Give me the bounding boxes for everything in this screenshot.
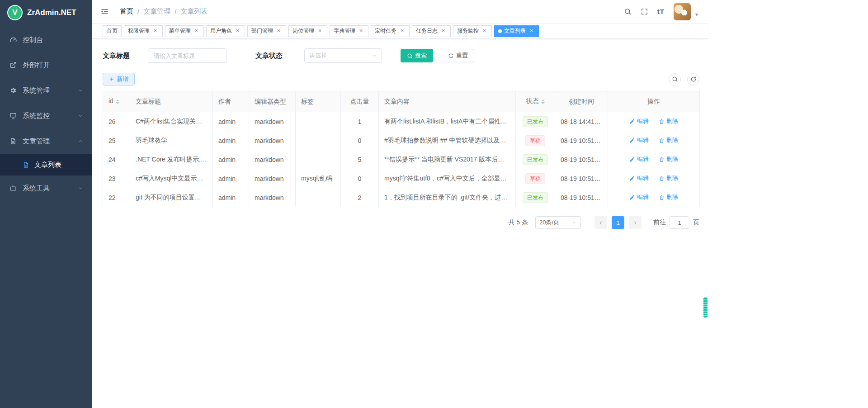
- tab[interactable]: 首页: [103, 25, 122, 37]
- tab-label: 首页: [107, 27, 118, 35]
- edit-link[interactable]: 编辑: [629, 136, 649, 144]
- chevron-down-icon: [78, 185, 83, 191]
- table-column-header[interactable]: 点击量: [341, 91, 379, 112]
- tab[interactable]: 文章列表 ×: [494, 25, 539, 37]
- breadcrumb-item-article-list: 文章列表: [180, 7, 208, 16]
- table-head-row: id 文章标题 作者 编辑器类型 标签 点击量 文章内容 状态 创建时间 操作: [103, 91, 700, 112]
- tab[interactable]: 定时任务 ×: [371, 25, 410, 37]
- page-size-select[interactable]: 20条/页: [535, 216, 581, 229]
- cell-editor-type: markdown: [249, 150, 296, 169]
- sort-carets-icon[interactable]: [116, 98, 119, 106]
- tab[interactable]: 部门管理 ×: [247, 25, 286, 37]
- toggle-search-icon[interactable]: [669, 73, 681, 85]
- cell-author: admin: [213, 112, 249, 131]
- tab[interactable]: 任务日志 ×: [412, 25, 451, 37]
- tab-close-icon[interactable]: ×: [275, 28, 282, 34]
- table-column-header[interactable]: 状态: [516, 91, 555, 112]
- table-column-header[interactable]: 文章内容: [379, 91, 516, 112]
- sidebar-item-system-tools[interactable]: 系统工具: [0, 176, 92, 201]
- tab[interactable]: 字典管理 ×: [330, 25, 368, 37]
- scrollbar-thumb[interactable]: [703, 297, 708, 318]
- fullscreen-icon[interactable]: [641, 8, 648, 15]
- reset-button[interactable]: 重置: [442, 49, 474, 62]
- table-column-header[interactable]: 操作: [608, 91, 700, 112]
- tab-close-icon[interactable]: ×: [193, 28, 200, 34]
- edit-pencil-icon: [629, 176, 635, 181]
- breadcrumb-item-article-management[interactable]: 文章管理: [143, 7, 170, 16]
- table-row: 23 c#写入Mysql中文显示乱码 ... admin markdown my…: [103, 169, 700, 188]
- table-column-header[interactable]: 文章标题: [130, 91, 213, 112]
- tab-close-icon[interactable]: ×: [316, 28, 323, 34]
- tab-close-icon[interactable]: ×: [399, 28, 406, 34]
- app-logo[interactable]: V ZrAdmin.NET: [0, 0, 92, 25]
- refresh-icon[interactable]: [687, 73, 699, 85]
- page-number-button[interactable]: 1: [612, 216, 624, 229]
- sidebar-item-system-management[interactable]: 系统管理: [0, 78, 92, 103]
- delete-link[interactable]: 删除: [659, 193, 678, 201]
- tab-close-icon[interactable]: ×: [481, 28, 488, 34]
- tab-close-icon[interactable]: ×: [234, 28, 241, 34]
- sidebar-item-dashboard[interactable]: 控制台: [0, 27, 92, 52]
- table-column-header[interactable]: 创建时间: [555, 91, 608, 112]
- breadcrumb-item-home[interactable]: 首页: [120, 7, 133, 16]
- prev-page-button[interactable]: ‹: [594, 216, 607, 229]
- add-button[interactable]: 新增: [103, 73, 135, 85]
- search-button[interactable]: 搜索: [401, 49, 433, 62]
- tab-close-icon[interactable]: ×: [358, 28, 364, 34]
- article-title-input[interactable]: [148, 48, 226, 63]
- tab-close-icon[interactable]: ×: [440, 28, 447, 34]
- sidebar-item-article-management[interactable]: 文章管理: [0, 128, 92, 154]
- filter-form: 文章标题 文章状态 请选择 搜索 重置: [103, 48, 699, 63]
- topbar: 首页 / 文章管理 / 文章列表 tT ▾: [92, 0, 708, 24]
- article-title-label: 文章标题: [103, 52, 130, 60]
- delete-link[interactable]: 删除: [659, 174, 678, 182]
- goto-label: 前往: [653, 218, 666, 227]
- article-status-label: 文章状态: [255, 52, 283, 60]
- column-label: 文章内容: [384, 98, 410, 105]
- tab[interactable]: 服务监控 ×: [453, 25, 492, 37]
- edit-link-label: 编辑: [637, 155, 649, 163]
- edit-pencil-icon: [629, 195, 635, 200]
- edit-link[interactable]: 编辑: [629, 193, 649, 201]
- edit-link[interactable]: 编辑: [629, 155, 649, 163]
- font-size-icon[interactable]: tT: [657, 8, 665, 15]
- table-column-header[interactable]: 标签: [296, 91, 341, 112]
- caret-down-icon[interactable]: ▾: [695, 11, 698, 18]
- cell-id: 26: [103, 112, 130, 131]
- cell-tags: [296, 131, 341, 150]
- sidebar-item-system-monitor[interactable]: 系统监控: [0, 103, 92, 128]
- cell-editor-type: markdown: [249, 112, 296, 131]
- tab[interactable]: 岗位管理 ×: [288, 25, 327, 37]
- sidebar-item-article-list[interactable]: 文章列表: [0, 154, 92, 176]
- sidebar-toggle-icon[interactable]: [100, 7, 109, 16]
- tab[interactable]: 菜单管理 ×: [165, 25, 204, 37]
- chevron-right-icon: ›: [634, 218, 636, 227]
- article-status-select[interactable]: 请选择: [304, 48, 382, 63]
- edit-link[interactable]: 编辑: [629, 117, 649, 125]
- column-label: 创建时间: [569, 98, 594, 105]
- table-column-header[interactable]: 作者: [213, 91, 249, 112]
- search-button-label: 搜索: [415, 52, 427, 60]
- avatar[interactable]: [674, 3, 691, 20]
- delete-link[interactable]: 删除: [659, 155, 678, 163]
- sidebar-item-external-open[interactable]: 外部打开: [0, 52, 92, 78]
- main-area: 首页 / 文章管理 / 文章列表 tT ▾ 首页 权限: [92, 0, 708, 408]
- tab[interactable]: 权限管理 ×: [124, 25, 163, 37]
- sort-carets-icon[interactable]: [541, 98, 545, 106]
- delete-link[interactable]: 删除: [659, 117, 678, 125]
- goto-page-input[interactable]: [670, 216, 689, 229]
- tab-close-icon[interactable]: ×: [528, 28, 535, 34]
- table-column-header[interactable]: 编辑器类型: [249, 91, 296, 112]
- tab-label: 文章列表: [504, 27, 526, 35]
- cell-hits: 0: [341, 169, 379, 188]
- search-icon[interactable]: [624, 8, 632, 15]
- table-column-header[interactable]: id: [103, 91, 130, 112]
- next-page-button[interactable]: ›: [629, 216, 642, 229]
- edit-link[interactable]: 编辑: [629, 174, 649, 182]
- delete-link[interactable]: 删除: [659, 136, 678, 144]
- tab-close-icon[interactable]: ×: [152, 28, 159, 34]
- gear-icon: [9, 87, 17, 94]
- tab[interactable]: 用户角色 ×: [206, 25, 245, 37]
- cell-created-at: 08-18 14:41:36: [555, 112, 608, 131]
- logo-icon: V: [7, 5, 23, 20]
